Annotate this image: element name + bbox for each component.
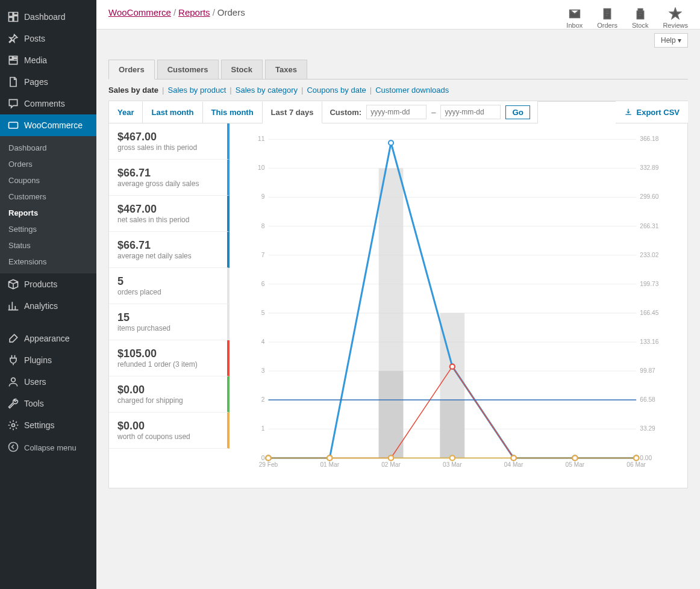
star-icon xyxy=(669,7,682,22)
sidebar-item-label: Dashboard xyxy=(24,12,66,22)
box-icon xyxy=(7,278,19,290)
sidebar-item-users[interactable]: Users xyxy=(0,371,96,393)
svg-text:332.89: 332.89 xyxy=(640,164,658,171)
svg-point-76 xyxy=(511,455,516,460)
svg-text:02 Mar: 02 Mar xyxy=(381,461,401,468)
sidebar-item-plugins[interactable]: Plugins xyxy=(0,349,96,371)
stat-orders-placed[interactable]: 5orders placed xyxy=(109,268,230,304)
stat-value: $105.00 xyxy=(117,347,219,360)
svg-text:266.31: 266.31 xyxy=(640,223,658,229)
svg-text:366.18: 366.18 xyxy=(640,136,658,142)
sidebar-item-settings[interactable]: Settings xyxy=(0,414,96,436)
submenu-item-reports[interactable]: Reports xyxy=(0,205,96,221)
stat-label: charged for shipping xyxy=(117,396,219,405)
sidebar-item-analytics[interactable]: Analytics xyxy=(0,295,96,317)
sidebar-item-woocommerce[interactable]: WooCommerce xyxy=(0,114,96,136)
stat-value: $66.71 xyxy=(117,167,219,179)
stat-label: net sales in this period xyxy=(117,216,219,224)
date-to-input[interactable] xyxy=(440,105,501,119)
range-this-month[interactable]: This month xyxy=(203,102,263,123)
sidebar-item-media[interactable]: Media xyxy=(0,49,96,71)
stat-average-net-daily-sales[interactable]: $66.71average net daily sales xyxy=(109,232,230,268)
stat-value: $66.71 xyxy=(117,239,219,252)
custom-label: Custom: xyxy=(330,108,361,117)
breadcrumb-link[interactable]: WooCommerce xyxy=(108,7,171,17)
tab-taxes[interactable]: Taxes xyxy=(265,60,307,79)
stat-label: worth of coupons used xyxy=(117,432,219,441)
range-last-month[interactable]: Last month xyxy=(143,102,202,123)
inbox-icon xyxy=(568,7,581,22)
subtab-customer-downloads[interactable]: Customer downloads xyxy=(375,86,449,95)
tab-customers[interactable]: Customers xyxy=(157,60,219,79)
stat-net-sales-in-this-period[interactable]: $467.00net sales in this period xyxy=(109,196,230,232)
stat-average-gross-daily-sales[interactable]: $66.71average gross daily sales xyxy=(109,160,230,196)
breadcrumb: WooCommerce/Reports/Orders xyxy=(108,7,245,29)
svg-text:33.29: 33.29 xyxy=(640,425,655,432)
sidebar-item-posts[interactable]: Posts xyxy=(0,28,96,49)
svg-point-1 xyxy=(11,378,16,382)
subtab-sales-by-date[interactable]: Sales by date xyxy=(108,86,158,95)
svg-point-73 xyxy=(327,455,332,460)
stat-label: refunded 1 order (3 item) xyxy=(117,360,219,369)
submenu-item-status[interactable]: Status xyxy=(0,237,96,254)
stat-items-purchased[interactable]: 15items purchased xyxy=(109,304,230,340)
sidebar-item-comments[interactable]: Comments xyxy=(0,93,96,114)
stat-gross-sales-in-this-period[interactable]: $467.00gross sales in this period xyxy=(109,123,230,160)
go-button[interactable]: Go xyxy=(505,105,530,119)
stat-charged-for-shipping[interactable]: $0.00charged for shipping xyxy=(109,376,230,413)
range-year[interactable]: Year xyxy=(109,102,143,123)
svg-text:0.00: 0.00 xyxy=(640,455,652,461)
sidebar-item-label: Analytics xyxy=(24,301,58,311)
export-csv-button[interactable]: Export CSV xyxy=(616,102,688,123)
range-last-7-days[interactable]: Last 7 days xyxy=(263,102,323,123)
svg-text:9: 9 xyxy=(261,193,265,200)
submenu-item-extensions[interactable]: Extensions xyxy=(0,254,96,270)
svg-text:7: 7 xyxy=(261,252,265,258)
sidebar-item-label: Users xyxy=(24,377,46,387)
stat-worth-of-coupons-used[interactable]: $0.00worth of coupons used xyxy=(109,413,230,449)
topbar-inbox-button[interactable]: Inbox xyxy=(566,7,583,29)
tab-stock[interactable]: Stock xyxy=(221,60,263,79)
stat-value: $0.00 xyxy=(117,384,219,396)
svg-text:2: 2 xyxy=(261,396,265,403)
svg-text:03 Mar: 03 Mar xyxy=(443,461,462,468)
sidebar-item-dashboard[interactable]: Dashboard xyxy=(0,6,96,28)
sidebar-item-appearance[interactable]: Appearance xyxy=(0,328,96,349)
svg-text:0: 0 xyxy=(261,455,265,461)
submenu-item-coupons[interactable]: Coupons xyxy=(0,172,96,189)
wrench-icon xyxy=(7,397,19,410)
help-button[interactable]: Help ▾ xyxy=(654,33,688,48)
date-from-input[interactable] xyxy=(366,105,427,119)
svg-rect-0 xyxy=(9,122,18,128)
topbar-orders-button[interactable]: Orders xyxy=(597,7,617,29)
topbar-reviews-button[interactable]: Reviews xyxy=(663,7,688,29)
svg-text:133.16: 133.16 xyxy=(640,338,658,345)
submenu-item-settings[interactable]: Settings xyxy=(0,221,96,237)
sidebar-item-tools[interactable]: Tools xyxy=(0,393,96,414)
collapse-menu-button[interactable]: Collapse menu xyxy=(0,436,96,460)
comment-icon xyxy=(7,98,19,110)
breadcrumb-link[interactable]: Reports xyxy=(178,7,210,17)
subtab-coupons-by-date[interactable]: Coupons by date xyxy=(307,86,366,95)
submenu-item-customers[interactable]: Customers xyxy=(0,189,96,205)
plug-icon xyxy=(7,354,19,366)
stat-value: $0.00 xyxy=(117,420,219,432)
sidebar-item-pages[interactable]: Pages xyxy=(0,71,96,93)
tab-orders[interactable]: Orders xyxy=(108,60,155,79)
media-icon xyxy=(7,54,19,66)
stat-label: average net daily sales xyxy=(117,252,219,260)
submenu-item-orders[interactable]: Orders xyxy=(0,156,96,172)
topbar-stock-button[interactable]: Stock xyxy=(632,7,649,29)
subtab-sales-by-category[interactable]: Sales by category xyxy=(236,86,298,95)
page-icon xyxy=(7,76,19,88)
svg-text:99.87: 99.87 xyxy=(640,367,655,374)
stat-label: gross sales in this period xyxy=(117,143,219,152)
svg-text:66.58: 66.58 xyxy=(640,396,655,403)
svg-text:3: 3 xyxy=(261,367,265,374)
user-icon xyxy=(7,376,19,388)
submenu-item-dashboard[interactable]: Dashboard xyxy=(0,140,96,156)
subtab-sales-by-product[interactable]: Sales by product xyxy=(168,86,227,95)
stat-label: orders placed xyxy=(117,288,219,296)
sidebar-item-products[interactable]: Products xyxy=(0,273,96,295)
stat-refunded-1-order-(3-item)[interactable]: $105.00refunded 1 order (3 item) xyxy=(109,340,230,376)
